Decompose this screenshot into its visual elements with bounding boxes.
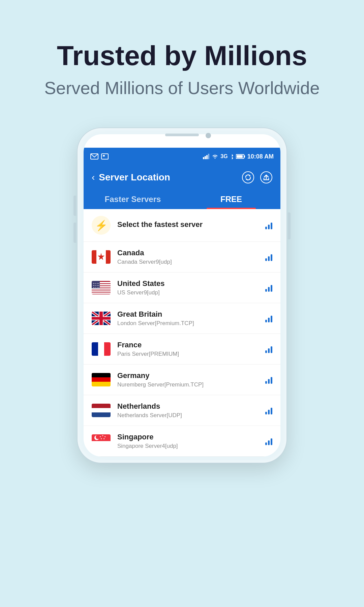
main-title: Trusted by Millions xyxy=(0,40,364,71)
status-left-icons xyxy=(90,153,109,160)
back-button[interactable]: ‹ xyxy=(92,172,95,183)
flag-france xyxy=(92,342,111,356)
flag-us: ★ ★ ★ ★ ★ ★ ★ ★ ★ ★ ★ ★ xyxy=(92,281,111,294)
svg-text:★: ★ xyxy=(100,438,102,440)
server-detail-singapore: Singapore Server4[udp] xyxy=(117,443,265,450)
svg-text:★: ★ xyxy=(103,438,105,440)
server-name-gb: Great Britain xyxy=(117,310,265,319)
network-type: 3G xyxy=(220,153,228,160)
server-name-germany: Germany xyxy=(117,371,265,380)
signal-bars-france xyxy=(265,345,272,353)
server-item-germany[interactable]: Germany Nuremberg Server[Premium.TCP] xyxy=(84,365,280,395)
server-detail-us: US Server9[udp] xyxy=(117,289,265,296)
server-list: ⚡ Select the fastest server xyxy=(84,209,280,457)
flag-singapore: ★ ★ ★ ★ ★ xyxy=(92,434,111,448)
phone-camera xyxy=(206,133,211,138)
server-item-us[interactable]: ★ ★ ★ ★ ★ ★ ★ ★ ★ ★ ★ ★ United States US… xyxy=(84,272,280,303)
server-info-fastest: Select the fastest server xyxy=(117,220,265,230)
server-item-canada[interactable]: Canada Canada Server9[udp] xyxy=(84,242,280,272)
svg-text:★ ★ ★ ★: ★ ★ ★ ★ xyxy=(93,286,100,288)
phone-mockup: 3G 10:08 AM ‹ Server Loca xyxy=(78,128,286,463)
signal-bars-netherlands xyxy=(265,406,272,414)
server-detail-france: Paris Server[PREMIUM] xyxy=(117,351,265,357)
server-info-germany: Germany Nuremberg Server[Premium.TCP] xyxy=(117,371,265,388)
lightning-icon: ⚡ xyxy=(92,216,111,235)
server-item-singapore[interactable]: ★ ★ ★ ★ ★ Singapore Singapore Server4[ud… xyxy=(84,426,280,457)
server-info-canada: Canada Canada Server9[udp] xyxy=(117,249,265,265)
status-right-icons: 3G 10:08 AM xyxy=(203,153,274,160)
server-item-fastest[interactable]: ⚡ Select the fastest server xyxy=(84,209,280,242)
server-info-singapore: Singapore Singapore Server4[udp] xyxy=(117,433,265,450)
server-detail-germany: Nuremberg Server[Premium.TCP] xyxy=(117,381,265,388)
tab-faster-servers[interactable]: Faster Servers xyxy=(84,190,182,209)
svg-rect-12 xyxy=(92,250,96,264)
server-item-gb[interactable]: Great Britain London Server[Premium.TCP] xyxy=(84,303,280,334)
signal-bars-fastest xyxy=(265,221,272,229)
svg-rect-43 xyxy=(92,404,111,408)
flag-germany xyxy=(92,373,111,386)
server-name-france: France xyxy=(117,341,265,349)
flag-netherlands xyxy=(92,404,111,417)
share-button[interactable] xyxy=(260,171,272,183)
server-name-singapore: Singapore xyxy=(117,433,265,441)
bluetooth-icon xyxy=(230,153,234,160)
share-icon xyxy=(263,174,269,180)
server-item-france[interactable]: France Paris Server[PREMIUM] xyxy=(84,334,280,365)
battery-icon xyxy=(236,154,245,159)
svg-rect-20 xyxy=(92,290,111,292)
signal-bars-canada xyxy=(265,253,272,261)
flag-gb xyxy=(92,312,111,325)
server-name-us: United States xyxy=(117,279,265,288)
svg-rect-5 xyxy=(206,155,208,159)
nav-action-icons xyxy=(242,171,272,183)
svg-rect-2 xyxy=(103,155,105,156)
svg-rect-8 xyxy=(244,155,245,157)
phone-speaker xyxy=(165,134,199,136)
envelope-icon xyxy=(90,153,98,160)
status-bar: 3G 10:08 AM xyxy=(84,148,280,165)
server-info-france: France Paris Server[PREMIUM] xyxy=(117,341,265,357)
server-detail-canada: Canada Server9[udp] xyxy=(117,259,265,265)
svg-rect-9 xyxy=(237,155,243,158)
signal-bars-us xyxy=(265,284,272,292)
server-detail-gb: London Server[Premium.TCP] xyxy=(117,320,265,327)
server-name-netherlands: Netherlands xyxy=(117,402,265,411)
refresh-icon xyxy=(245,174,251,180)
server-detail-netherlands: Netherlands Server[UDP] xyxy=(117,412,265,419)
server-name-canada: Canada xyxy=(117,249,265,257)
sub-title: Served Millions of Users Worldwide xyxy=(0,78,364,98)
svg-rect-21 xyxy=(92,293,111,294)
svg-rect-13 xyxy=(106,250,111,264)
server-name-fastest: Select the fastest server xyxy=(117,220,265,229)
svg-rect-40 xyxy=(92,373,111,377)
server-item-netherlands[interactable]: Netherlands Netherlands Server[UDP] xyxy=(84,395,280,426)
svg-rect-3 xyxy=(203,157,204,159)
svg-rect-4 xyxy=(205,156,206,159)
svg-rect-1 xyxy=(101,154,108,159)
svg-text:★: ★ xyxy=(102,435,103,437)
tab-bar: Faster Servers FREE xyxy=(84,190,280,209)
wifi-icon xyxy=(212,154,218,159)
server-info-gb: Great Britain London Server[Premium.TCP] xyxy=(117,310,265,327)
svg-rect-6 xyxy=(208,154,209,159)
signal-bars-germany xyxy=(265,376,272,384)
svg-rect-19 xyxy=(92,288,111,290)
nav-bar: ‹ Server Location xyxy=(84,165,280,190)
status-time: 10:08 AM xyxy=(247,153,274,160)
nav-title: Server Location xyxy=(99,172,242,183)
server-info-netherlands: Netherlands Netherlands Server[UDP] xyxy=(117,402,265,419)
tab-free[interactable]: FREE xyxy=(182,190,280,209)
signal-icon xyxy=(203,154,210,159)
signal-bars-singapore xyxy=(265,437,272,445)
svg-rect-37 xyxy=(92,342,98,356)
flag-canada xyxy=(92,250,111,264)
server-info-us: United States US Server9[udp] xyxy=(117,279,265,296)
svg-rect-34 xyxy=(92,317,111,320)
sim-icon xyxy=(101,153,109,160)
signal-bars-gb xyxy=(265,314,272,322)
refresh-button[interactable] xyxy=(242,171,254,183)
